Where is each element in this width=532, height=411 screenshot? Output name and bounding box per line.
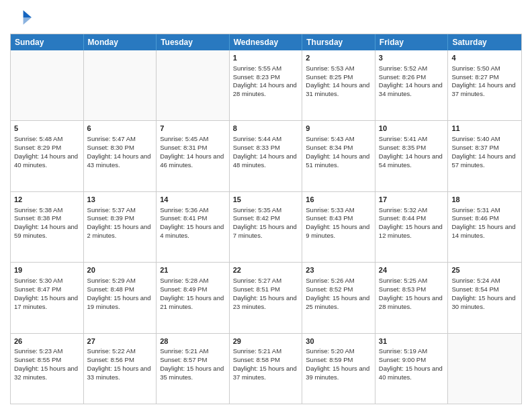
- calendar-cell: 6Sunrise: 5:47 AMSunset: 8:30 PMDaylight…: [84, 121, 157, 191]
- daylight-line: Daylight: 15 hours and 33 minutes.: [87, 365, 153, 382]
- sunrise-line: Sunrise: 5:28 AM: [160, 277, 226, 285]
- sunrise-line: Sunrise: 5:21 AM: [233, 347, 299, 356]
- sunset-line: Sunset: 8:39 PM: [87, 214, 153, 223]
- sunset-line: Sunset: 8:55 PM: [14, 356, 80, 365]
- calendar-cell: 11Sunrise: 5:40 AMSunset: 8:37 PMDayligh…: [448, 121, 521, 191]
- calendar-week-3: 12Sunrise: 5:38 AMSunset: 8:38 PMDayligh…: [11, 192, 521, 263]
- sunrise-line: Sunrise: 5:35 AM: [233, 206, 299, 215]
- header-day-saturday: Saturday: [448, 34, 521, 50]
- daylight-line: Daylight: 15 hours and 21 minutes.: [160, 294, 226, 312]
- sunset-line: Sunset: 8:47 PM: [14, 285, 80, 294]
- header-day-thursday: Thursday: [302, 34, 375, 50]
- daylight-line: Daylight: 14 hours and 51 minutes.: [306, 152, 371, 170]
- daylight-line: Daylight: 15 hours and 35 minutes.: [160, 365, 226, 382]
- day-number: 12: [14, 195, 80, 205]
- calendar-cell: 14Sunrise: 5:36 AMSunset: 8:41 PMDayligh…: [157, 192, 230, 262]
- day-number: 4: [451, 53, 518, 63]
- calendar-cell: 21Sunrise: 5:28 AMSunset: 8:49 PMDayligh…: [157, 263, 230, 332]
- daylight-line: Daylight: 14 hours and 28 minutes.: [233, 81, 299, 99]
- calendar-cell: [157, 50, 230, 120]
- calendar-cell: 18Sunrise: 5:31 AMSunset: 8:46 PMDayligh…: [448, 192, 521, 262]
- day-number: 27: [87, 336, 153, 347]
- sunrise-line: Sunrise: 5:53 AM: [306, 64, 371, 73]
- daylight-line: Daylight: 15 hours and 14 minutes.: [451, 223, 518, 240]
- sunset-line: Sunset: 8:33 PM: [233, 144, 299, 152]
- calendar-cell: 5Sunrise: 5:48 AMSunset: 8:29 PMDaylight…: [11, 121, 84, 191]
- sunset-line: Sunset: 8:42 PM: [233, 214, 299, 223]
- daylight-line: Daylight: 14 hours and 40 minutes.: [14, 152, 80, 170]
- daylight-line: Daylight: 15 hours and 30 minutes.: [451, 294, 518, 312]
- calendar-cell: 17Sunrise: 5:32 AMSunset: 8:44 PMDayligh…: [375, 192, 449, 262]
- daylight-line: Daylight: 15 hours and 2 minutes.: [87, 223, 153, 240]
- day-number: 26: [14, 336, 80, 347]
- logo-icon: [10, 7, 32, 28]
- sunset-line: Sunset: 8:58 PM: [233, 356, 299, 365]
- sunrise-line: Sunrise: 5:36 AM: [160, 206, 226, 215]
- daylight-line: Daylight: 14 hours and 34 minutes.: [379, 81, 445, 99]
- day-number: 29: [233, 336, 299, 347]
- daylight-line: Daylight: 14 hours and 31 minutes.: [306, 81, 371, 99]
- header-day-wednesday: Wednesday: [230, 34, 303, 50]
- calendar-cell: 24Sunrise: 5:25 AMSunset: 8:53 PMDayligh…: [375, 263, 449, 332]
- day-number: 6: [87, 124, 153, 134]
- daylight-line: Daylight: 14 hours and 37 minutes.: [451, 81, 518, 99]
- sunset-line: Sunset: 8:46 PM: [451, 214, 518, 223]
- calendar-week-4: 19Sunrise: 5:30 AMSunset: 8:47 PMDayligh…: [11, 263, 521, 333]
- sunrise-line: Sunrise: 5:31 AM: [451, 206, 518, 215]
- logo: [10, 7, 34, 28]
- sunrise-line: Sunrise: 5:21 AM: [160, 347, 226, 356]
- calendar-cell: 15Sunrise: 5:35 AMSunset: 8:42 PMDayligh…: [230, 192, 303, 262]
- calendar-cell: 22Sunrise: 5:27 AMSunset: 8:51 PMDayligh…: [230, 263, 303, 332]
- sunset-line: Sunset: 8:35 PM: [379, 144, 445, 152]
- sunset-line: Sunset: 8:41 PM: [160, 214, 226, 223]
- calendar-cell: 23Sunrise: 5:26 AMSunset: 8:52 PMDayligh…: [302, 263, 375, 332]
- sunrise-line: Sunrise: 5:22 AM: [87, 347, 153, 356]
- calendar-body: 1Sunrise: 5:55 AMSunset: 8:23 PMDaylight…: [11, 50, 521, 404]
- day-number: 10: [379, 124, 445, 134]
- sunrise-line: Sunrise: 5:37 AM: [87, 206, 153, 215]
- header-day-monday: Monday: [84, 34, 157, 50]
- calendar-week-5: 26Sunrise: 5:23 AMSunset: 8:55 PMDayligh…: [11, 334, 521, 404]
- sunset-line: Sunset: 8:57 PM: [160, 356, 226, 365]
- day-number: 2: [306, 53, 371, 63]
- sunset-line: Sunset: 8:53 PM: [379, 285, 445, 294]
- day-number: 22: [233, 265, 299, 275]
- sunrise-line: Sunrise: 5:47 AM: [87, 135, 153, 144]
- sunset-line: Sunset: 8:59 PM: [306, 356, 371, 365]
- sunset-line: Sunset: 9:00 PM: [379, 356, 445, 365]
- calendar-cell: 7Sunrise: 5:45 AMSunset: 8:31 PMDaylight…: [157, 121, 230, 191]
- calendar: SundayMondayTuesdayWednesdayThursdayFrid…: [10, 34, 522, 404]
- daylight-line: Daylight: 14 hours and 57 minutes.: [451, 152, 518, 170]
- header-day-tuesday: Tuesday: [157, 34, 230, 50]
- sunset-line: Sunset: 8:25 PM: [306, 73, 371, 82]
- calendar-cell: 8Sunrise: 5:44 AMSunset: 8:33 PMDaylight…: [230, 121, 303, 191]
- daylight-line: Daylight: 15 hours and 4 minutes.: [160, 223, 226, 240]
- sunrise-line: Sunrise: 5:27 AM: [233, 277, 299, 285]
- day-number: 3: [379, 53, 445, 63]
- sunrise-line: Sunrise: 5:55 AM: [233, 64, 299, 73]
- header-day-friday: Friday: [375, 34, 449, 50]
- day-number: 11: [451, 124, 518, 134]
- header: [10, 7, 522, 28]
- calendar-cell: 3Sunrise: 5:52 AMSunset: 8:26 PMDaylight…: [375, 50, 449, 120]
- sunrise-line: Sunrise: 5:38 AM: [14, 206, 80, 215]
- calendar-cell: 31Sunrise: 5:19 AMSunset: 9:00 PMDayligh…: [375, 334, 449, 404]
- sunrise-line: Sunrise: 5:32 AM: [379, 206, 445, 215]
- day-number: 31: [379, 336, 445, 347]
- daylight-line: Daylight: 14 hours and 59 minutes.: [14, 223, 80, 240]
- sunset-line: Sunset: 8:38 PM: [14, 214, 80, 223]
- daylight-line: Daylight: 15 hours and 28 minutes.: [379, 294, 445, 312]
- daylight-line: Daylight: 14 hours and 48 minutes.: [233, 152, 299, 170]
- sunset-line: Sunset: 8:29 PM: [14, 144, 80, 152]
- calendar-cell: 19Sunrise: 5:30 AMSunset: 8:47 PMDayligh…: [11, 263, 84, 332]
- daylight-line: Daylight: 15 hours and 25 minutes.: [306, 294, 371, 312]
- svg-marker-2: [24, 17, 32, 25]
- sunset-line: Sunset: 8:48 PM: [87, 285, 153, 294]
- sunset-line: Sunset: 8:44 PM: [379, 214, 445, 223]
- sunset-line: Sunset: 8:37 PM: [451, 144, 518, 152]
- sunset-line: Sunset: 8:49 PM: [160, 285, 226, 294]
- daylight-line: Daylight: 15 hours and 7 minutes.: [233, 223, 299, 240]
- page: SundayMondayTuesdayWednesdayThursdayFrid…: [0, 0, 532, 411]
- sunset-line: Sunset: 8:56 PM: [87, 356, 153, 365]
- calendar-cell: 12Sunrise: 5:38 AMSunset: 8:38 PMDayligh…: [11, 192, 84, 262]
